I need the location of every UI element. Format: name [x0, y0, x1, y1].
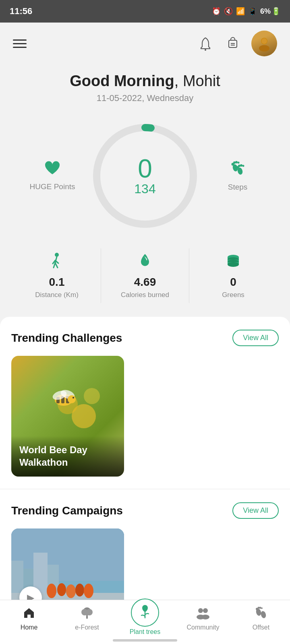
flame-icon — [138, 252, 152, 273]
svg-point-57 — [86, 609, 93, 615]
svg-line-24 — [55, 263, 58, 268]
footprint-icon — [229, 161, 246, 180]
greens-value: 0 — [230, 276, 236, 289]
alarm-icon: ⏰ — [212, 7, 221, 16]
svg-point-54 — [84, 584, 93, 598]
greeting-section: Good Morning, Mohit 11-05-2022, Wednesda… — [0, 64, 290, 107]
svg-point-52 — [66, 584, 76, 598]
offset-icon — [254, 607, 268, 622]
hamburger-menu[interactable] — [13, 39, 27, 48]
svg-point-18 — [242, 165, 244, 167]
campaigns-header: Trending Campaigns View All — [11, 502, 279, 519]
cart-button[interactable] — [224, 35, 242, 52]
bottom-nav: Home e-Forest Plant trees — [0, 600, 290, 644]
status-time: 11:56 — [10, 6, 32, 17]
home-indicator — [113, 639, 177, 642]
distance-value: 0.1 — [49, 276, 65, 289]
walking-icon — [50, 252, 64, 273]
svg-point-64 — [260, 611, 267, 619]
svg-point-59 — [198, 608, 203, 613]
plant-trees-circle — [131, 599, 159, 627]
home-icon — [23, 607, 35, 622]
wifi-icon: 📶 — [236, 7, 245, 16]
svg-point-67 — [259, 607, 261, 609]
nav-offset[interactable]: Offset — [232, 605, 290, 631]
svg-point-34 — [84, 388, 100, 404]
nav-community-label: Community — [187, 624, 220, 631]
svg-point-53 — [75, 584, 84, 597]
progress-ring: 0 134 — [85, 116, 205, 236]
svg-point-31 — [228, 262, 239, 267]
challenges-header: Trending Challenges View All — [11, 330, 279, 346]
signal-icon: 📱 — [248, 7, 257, 16]
tree-icon — [81, 607, 93, 622]
notification-button[interactable] — [197, 35, 214, 52]
greeting-date: 11-05-2022, Wednesday — [13, 93, 277, 103]
calories-label: Calories burned — [121, 291, 169, 299]
svg-point-5 — [259, 45, 269, 52]
challenges-view-all[interactable]: View All — [232, 330, 279, 346]
nav-eforest[interactable]: e-Forest — [58, 605, 116, 631]
coins-icon — [225, 252, 241, 273]
svg-point-17 — [240, 164, 242, 167]
heart-icon — [44, 160, 61, 180]
challenge-card-bee[interactable]: World Bee DayWalkathon — [11, 356, 124, 477]
steps-label: Steps — [228, 183, 248, 192]
nav-plant-label: Plant trees — [130, 628, 160, 636]
campaigns-view-all[interactable]: View All — [232, 502, 279, 519]
greeting-name: Mohit — [183, 72, 220, 89]
svg-point-50 — [47, 584, 56, 598]
ring-values: 0 134 — [134, 156, 155, 196]
svg-point-41 — [68, 395, 76, 403]
mute-icon: 🔇 — [224, 7, 233, 16]
challenges-title: Trending Challenges — [11, 332, 122, 345]
steps-side: Steps — [205, 161, 270, 192]
distance-stat: 0.1 Distance (Km) — [13, 248, 101, 303]
calories-value: 4.69 — [134, 276, 156, 289]
community-icon — [196, 607, 210, 622]
status-icons: ⏰ 🔇 📶 📱 6%🔋 — [212, 7, 280, 16]
ring-section: HUGE Points 0 134 — [0, 107, 290, 240]
nav-offset-label: Offset — [253, 624, 269, 631]
greens-label: Greens — [222, 291, 244, 299]
status-bar: 11:56 ⏰ 🔇 📶 📱 6%🔋 — [0, 0, 290, 23]
svg-point-6 — [261, 38, 267, 44]
challenges-section: Trending Challenges View All — [0, 317, 290, 489]
header-icons — [197, 31, 277, 56]
greeting-title: Good Morning, Mohit — [13, 72, 277, 90]
svg-point-0 — [205, 49, 206, 51]
battery-indicator: 6%🔋 — [260, 7, 280, 16]
ring-main-value: 0 — [138, 156, 152, 182]
svg-point-16 — [238, 165, 240, 167]
app-header — [0, 23, 290, 64]
calories-stat: 4.69 Calories burned — [101, 248, 189, 303]
svg-point-51 — [57, 583, 66, 596]
huge-points-label: HUGE Points — [30, 182, 75, 192]
challenges-list: World Bee DayWalkathon — [11, 356, 279, 481]
greeting-prefix: Good Morning — [70, 72, 174, 89]
nav-plant-trees[interactable]: Plant trees — [116, 605, 174, 636]
huge-points-side: HUGE Points — [20, 160, 85, 192]
svg-point-13 — [235, 161, 238, 163]
svg-point-12 — [233, 161, 236, 164]
challenge-card-label: World Bee DayWalkathon — [11, 436, 124, 477]
campaigns-title: Trending Campaigns — [11, 504, 123, 517]
svg-rect-58 — [86, 615, 88, 619]
svg-point-42 — [72, 397, 74, 398]
svg-point-19 — [55, 253, 59, 257]
distance-label: Distance (Km) — [35, 291, 79, 299]
svg-point-14 — [238, 161, 240, 163]
svg-point-68 — [261, 607, 263, 609]
svg-point-62 — [201, 615, 209, 619]
avatar[interactable] — [251, 31, 277, 56]
nav-eforest-label: e-Forest — [75, 624, 99, 631]
nav-home[interactable]: Home — [0, 605, 58, 631]
stats-row: 0.1 Distance (Km) 4.69 Calories burned 0 — [0, 240, 290, 315]
nav-community[interactable]: Community — [174, 605, 232, 631]
nav-home-label: Home — [21, 624, 38, 631]
svg-point-60 — [203, 608, 208, 613]
ring-sub-value: 134 — [134, 182, 155, 196]
greens-stat: 0 Greens — [189, 248, 277, 303]
